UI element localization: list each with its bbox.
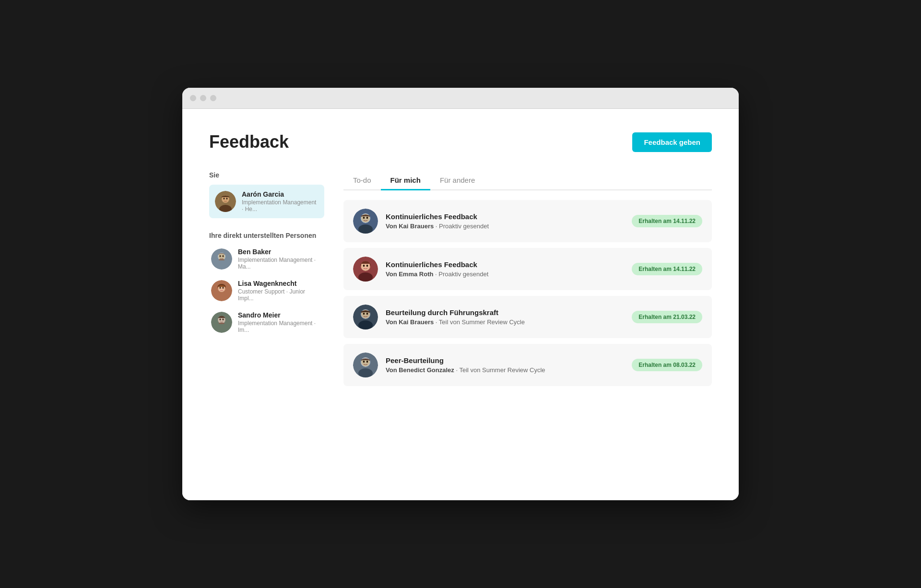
feedback-item-title-0: Kontinuierliches Feedback [386,212,624,221]
report-user-card-0[interactable]: Ben Baker Implementation Management · Ma… [209,243,324,275]
svg-point-32 [363,265,365,267]
report-user-name-1: Lisa Wagenknecht [238,280,322,287]
browser-window: Feedback Feedback geben Sie [182,88,739,500]
browser-content: Feedback Feedback geben Sie [182,109,739,500]
feedback-item-submeta-3: Teil von Summer Review Cycle [459,366,545,374]
avatar-sandro [211,312,232,333]
content-area: To-do Für mich Für andere [343,171,712,386]
feedback-item-info-2: Beurteilung durch Führungskraft Von Kai … [386,308,624,326]
feedback-badge-3: Erhalten am 08.03.22 [632,359,702,371]
feedback-item-title-3: Peer-Beurteilung [386,356,624,365]
feedback-badge-1: Erhalten am 14.11.22 [632,263,702,275]
feedback-item-info-1: Kontinuierliches Feedback Von Emma Roth … [386,260,624,278]
feedback-item-meta-2: Von Kai Brauers · Teil von Summer Review… [386,318,624,326]
svg-point-39 [366,313,368,315]
svg-point-27 [366,217,368,219]
report-user-desc-0: Implementation Management · Ma... [238,257,322,270]
page-header: Feedback Feedback geben [209,132,712,152]
tab-fuer-andere[interactable]: Für andere [430,171,484,190]
you-label: Sie [209,171,324,179]
svg-point-9 [220,255,221,257]
report-user-desc-2: Implementation Management · Im... [238,320,322,333]
feedback-item-info-3: Peer-Beurteilung Von Benedict Gonzalez ·… [386,356,624,374]
tab-fuer-mich[interactable]: Für mich [381,171,430,190]
feedback-badge-2: Erhalten am 21.03.22 [632,311,702,323]
svg-point-26 [363,217,365,219]
tab-todo[interactable]: To-do [343,171,381,190]
svg-point-33 [366,265,368,267]
svg-point-5 [226,198,228,200]
feedback-item-sender-3: Von Benedict Gonzalez [386,366,454,374]
browser-dot-green [210,95,216,101]
reports-label: Ihre direkt unterstellten Personen [209,232,324,239]
avatar-aaron [215,191,236,212]
feedback-item-submeta-2: Teil von Summer Review Cycle [439,318,525,326]
report-user-info-0: Ben Baker Implementation Management · Ma… [238,248,322,270]
avatar-kai-2 [353,305,378,329]
svg-point-10 [223,255,224,257]
feedback-item-0[interactable]: Kontinuierliches Feedback Von Kai Brauer… [343,200,712,242]
selected-user-desc: Implementation Management · He... [242,199,319,212]
report-user-name-2: Sandro Meier [238,311,322,319]
avatar-lisa [211,280,232,301]
feedback-item-meta-1: Von Emma Roth · Proaktiv gesendet [386,270,624,278]
feedback-item-submeta-1: Proaktiv gesendet [438,270,488,278]
feedback-geben-button[interactable]: Feedback geben [632,132,712,152]
svg-point-15 [220,287,221,289]
report-user-info-2: Sandro Meier Implementation Management ·… [238,311,322,333]
svg-point-4 [224,198,225,200]
feedback-item-3[interactable]: Peer-Beurteilung Von Benedict Gonzalez ·… [343,344,712,386]
report-user-card-1[interactable]: Lisa Wagenknecht Customer Support · Juni… [209,275,324,306]
report-user-info-1: Lisa Wagenknecht Customer Support · Juni… [238,280,322,302]
browser-dot-red [190,95,196,101]
svg-point-20 [220,318,221,320]
selected-user-name: Aarón Garcia [242,190,319,198]
feedback-item-sender-2: Von Kai Brauers [386,318,434,326]
browser-titlebar [182,88,739,109]
svg-rect-11 [219,259,224,260]
avatar-emma-1 [353,257,378,282]
feedback-item-meta-0: Von Kai Brauers · Proaktiv gesendet [386,223,624,230]
avatar-ben [211,248,232,270]
report-user-name-0: Ben Baker [238,248,322,256]
svg-point-45 [366,361,368,363]
feedback-item-sender-0: Von Kai Brauers [386,223,434,230]
feedback-item-submeta-0: Proaktiv gesendet [439,223,489,230]
svg-point-44 [363,361,365,363]
feedback-item-title-1: Kontinuierliches Feedback [386,260,624,269]
report-user-card-2[interactable]: Sandro Meier Implementation Management ·… [209,306,324,338]
feedback-item-meta-3: Von Benedict Gonzalez · Teil von Summer … [386,366,624,374]
main-layout: Sie [209,171,712,386]
svg-point-38 [363,313,365,315]
feedback-item-1[interactable]: Kontinuierliches Feedback Von Emma Roth … [343,248,712,290]
feedback-list: Kontinuierliches Feedback Von Kai Brauer… [343,200,712,386]
feedback-badge-0: Erhalten am 14.11.22 [632,215,702,227]
report-user-desc-1: Customer Support · Junior Impl... [238,288,322,302]
feedback-item-title-2: Beurteilung durch Führungskraft [386,308,624,317]
selected-user-card[interactable]: Aarón Garcia Implementation Management ·… [209,185,324,218]
avatar-benedict-3 [353,353,378,377]
feedback-item-info-0: Kontinuierliches Feedback Von Kai Brauer… [386,212,624,230]
browser-dot-yellow [200,95,206,101]
tabs: To-do Für mich Für andere [343,171,712,190]
avatar-kai-0 [353,209,378,234]
page-title: Feedback [209,132,289,152]
feedback-item-sender-1: Von Emma Roth [386,270,433,278]
sidebar: Sie [209,171,324,386]
svg-point-21 [223,318,224,320]
feedback-item-2[interactable]: Beurteilung durch Führungskraft Von Kai … [343,296,712,338]
selected-user-info: Aarón Garcia Implementation Management ·… [242,190,319,212]
svg-point-16 [223,287,224,289]
